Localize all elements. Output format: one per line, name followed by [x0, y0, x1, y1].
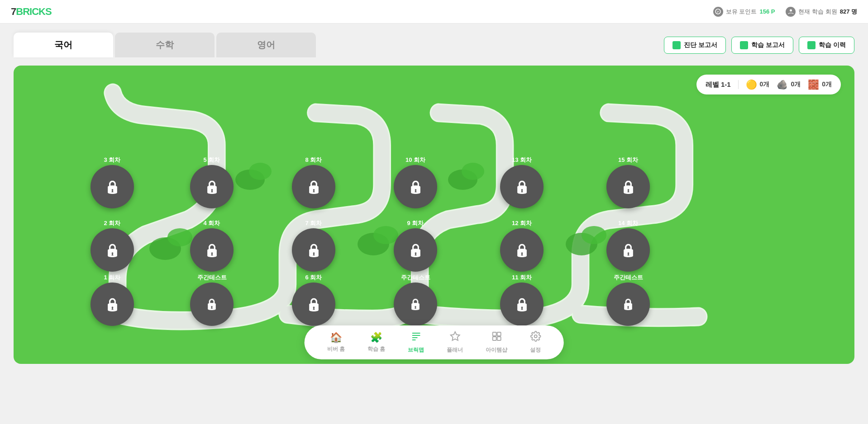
bush-4	[249, 163, 272, 180]
history-report-button[interactable]: 학습 이력	[799, 37, 854, 54]
node-1[interactable]: 1 회차	[91, 273, 134, 326]
bronze-icon: 🧱	[808, 79, 819, 90]
study-home-icon: 🧩	[370, 332, 382, 344]
members-icon	[786, 7, 796, 17]
svg-point-12	[534, 335, 537, 338]
members-value: 827 명	[840, 8, 857, 16]
node-10[interactable]: 9 회차	[394, 219, 437, 272]
bottom-nav: 🏠 비버 홈 🧩 학습 홈	[305, 325, 564, 359]
tab-english[interactable]: 영어	[216, 33, 316, 57]
bronze-count: 🧱 0개	[808, 79, 832, 90]
points-icon: P	[713, 7, 723, 17]
node-11[interactable]: 11 회차	[500, 273, 544, 326]
brickmap-icon	[410, 331, 421, 344]
header: 7BRICKS P 보유 포인트 156 P 현재 학습 회원 827 명	[0, 0, 868, 24]
logo: 7BRICKS	[11, 6, 52, 18]
svg-rect-4	[412, 335, 420, 336]
nav-planner-label: 플래너	[447, 346, 463, 354]
level-divider	[738, 80, 739, 89]
svg-marker-7	[450, 332, 459, 340]
nav-home[interactable]: 🏠 비버 홈	[327, 332, 345, 353]
item-shop-icon	[491, 331, 502, 344]
subject-tabs: 국어 수학 영어	[14, 33, 316, 57]
svg-rect-9	[497, 332, 501, 336]
tab-math[interactable]: 수학	[115, 33, 215, 57]
svg-rect-3	[412, 333, 420, 334]
silver-count: 🪨 0개	[777, 79, 801, 90]
points-label: 보유 포인트	[726, 8, 757, 16]
nav-settings-label: 설정	[530, 346, 541, 354]
node-4[interactable]: 5 회차	[190, 156, 234, 208]
svg-rect-6	[412, 339, 415, 340]
node-8[interactable]: 8 회차	[292, 156, 335, 208]
bush-8	[462, 163, 484, 180]
report-buttons: 진단 보고서 학습 보고서 학습 이력	[664, 37, 854, 54]
main-content: 국어 수학 영어 진단 보고서 학습 보고서 학습 이력 레벨 1-1	[0, 24, 868, 368]
node-6[interactable]: 6 회차	[292, 273, 335, 326]
nav-settings[interactable]: 설정	[530, 331, 541, 354]
node-15[interactable]: 14 회차	[606, 219, 650, 272]
settings-icon	[530, 331, 541, 344]
nav-brickmap-label: 브릭맵	[408, 346, 424, 354]
map-container: 레벨 1-1 🟡 0개 🪨 0개 🧱 0개	[14, 66, 854, 364]
node-weekly-3[interactable]: 주간테스트	[606, 273, 650, 326]
nav-study-home[interactable]: 🧩 학습 홈	[367, 332, 385, 353]
node-12[interactable]: 12 회차	[500, 219, 544, 272]
green-map: 1 회차 2 회차 3 회차 주간테스트 4 회차	[14, 66, 854, 364]
planner-icon	[449, 331, 460, 344]
learning-report-button[interactable]: 학습 보고서	[731, 37, 793, 54]
header-right: P 보유 포인트 156 P 현재 학습 회원 827 명	[713, 7, 857, 17]
level-label: 레벨 1-1	[706, 80, 731, 89]
home-icon: 🏠	[330, 332, 342, 344]
node-2[interactable]: 2 회차	[91, 219, 134, 272]
diagnosis-icon	[672, 41, 681, 49]
nav-brickmap[interactable]: 브릭맵	[408, 331, 424, 354]
members-stat: 현재 학습 회원 827 명	[786, 7, 857, 17]
points-stat: P 보유 포인트 156 P	[713, 7, 775, 17]
nav-home-label: 비버 홈	[327, 345, 345, 353]
node-9[interactable]: 10 회차	[394, 156, 437, 208]
points-value: 156 P	[759, 8, 775, 15]
nav-item-shop[interactable]: 아이템샵	[486, 331, 507, 354]
node-3[interactable]: 3 회차	[91, 156, 134, 208]
tab-korean[interactable]: 국어	[14, 33, 113, 57]
gold-count: 🟡 0개	[746, 79, 770, 90]
nav-planner[interactable]: 플래너	[447, 331, 463, 354]
svg-point-2	[790, 9, 792, 12]
node-7[interactable]: 7 회차	[292, 219, 335, 272]
bush-2	[167, 228, 192, 246]
silver-icon: 🪨	[777, 79, 788, 90]
level-row: 레벨 1-1 🟡 0개 🪨 0개 🧱 0개	[696, 75, 841, 94]
nav-itemshop-label: 아이템샵	[486, 346, 507, 354]
nav-study-label: 학습 홈	[367, 345, 385, 353]
gold-icon: 🟡	[746, 79, 757, 90]
node-13[interactable]: 13 회차	[500, 156, 544, 208]
node-weekly-1[interactable]: 주간테스트	[190, 273, 234, 326]
node-weekly-2[interactable]: 주간테스트	[394, 273, 437, 326]
svg-rect-10	[492, 337, 496, 340]
tabs-row: 국어 수학 영어 진단 보고서 학습 보고서 학습 이력	[14, 33, 854, 57]
history-icon	[807, 41, 816, 49]
svg-rect-5	[412, 337, 417, 338]
diagnosis-report-button[interactable]: 진단 보고서	[664, 37, 726, 54]
node-5[interactable]: 4 회차	[190, 219, 234, 272]
svg-rect-8	[492, 332, 496, 336]
bush-10	[582, 226, 606, 244]
members-label: 현재 학습 회원	[798, 8, 837, 16]
node-14[interactable]: 15 회차	[606, 156, 650, 208]
learning-icon	[740, 41, 748, 49]
svg-rect-11	[497, 337, 501, 340]
svg-text:P: P	[717, 10, 720, 14]
